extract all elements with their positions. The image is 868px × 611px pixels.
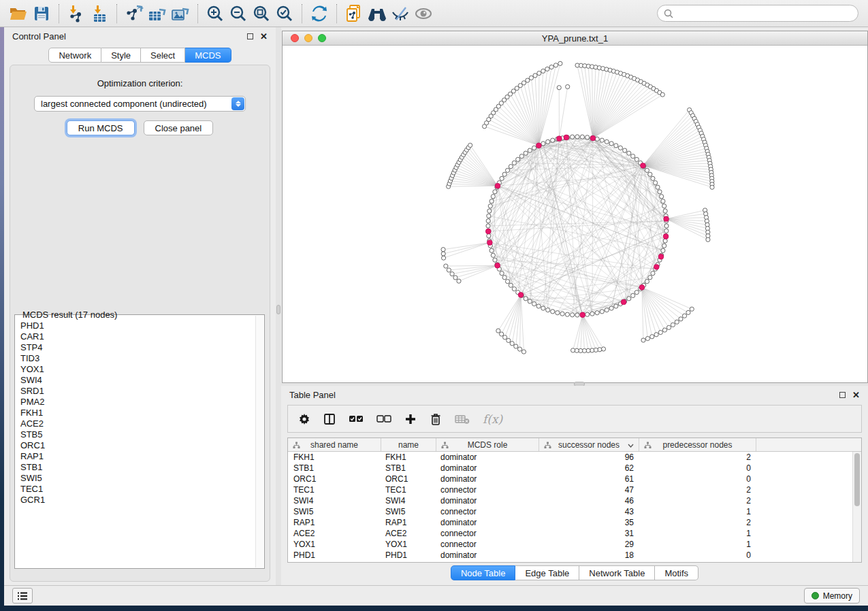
table-row[interactable]: SWI5SWI5connector431 [288, 506, 852, 517]
toolbar-separator [302, 4, 302, 23]
splitter-handle[interactable] [276, 305, 280, 314]
mcds-result-item[interactable]: RAP1 [15, 451, 255, 462]
mcds-result-item[interactable]: GCR1 [15, 495, 255, 506]
trash-icon [430, 412, 442, 426]
mcds-result-item[interactable]: SWI4 [15, 375, 255, 386]
mcds-result-item[interactable]: TEC1 [15, 484, 255, 495]
chevron-down-icon [628, 444, 634, 448]
close-panel-icon[interactable]: ✕ [852, 391, 860, 399]
column-header-shared-name[interactable]: shared name [288, 438, 381, 451]
mcds-result-item[interactable]: FKH1 [15, 408, 255, 418]
tab-style[interactable]: Style [101, 48, 141, 63]
column-header-predecessor-nodes[interactable]: predecessor nodes [639, 438, 756, 451]
vertical-splitter[interactable] [276, 27, 281, 585]
zoom-in-button[interactable] [204, 3, 227, 24]
table-row[interactable]: ACE2ACE2connector311 [288, 528, 852, 539]
control-panel-title: Control Panel [12, 31, 66, 42]
table-cell: connector [436, 484, 539, 495]
table-row[interactable]: PHD1PHD1dominator180 [288, 550, 852, 561]
delete-table-icon [455, 414, 470, 425]
table-cell: TEC1 [288, 484, 381, 495]
mcds-result-item[interactable]: YOX1 [15, 364, 255, 375]
mcds-result-item[interactable]: PMA2 [15, 397, 255, 408]
tab-network-table[interactable]: Network Table [579, 565, 655, 580]
table-row[interactable]: TEC1TEC1connector472 [288, 484, 852, 495]
export-network-button[interactable] [123, 3, 146, 24]
zoom-selected-button[interactable] [273, 3, 296, 24]
run-mcds-button[interactable]: Run MCDS [67, 120, 135, 135]
show-details-button[interactable] [412, 3, 435, 24]
mcds-result-item[interactable]: PHD1 [15, 320, 255, 331]
tab-select[interactable]: Select [141, 48, 185, 63]
tab-node-table[interactable]: Node Table [451, 565, 516, 580]
table-cell: YOX1 [381, 539, 436, 550]
clone-network-button[interactable] [342, 3, 366, 24]
table-cell: dominator [436, 463, 539, 474]
mcds-result-item[interactable]: STB5 [15, 429, 255, 440]
column-header-mcds-role[interactable]: MCDS role [436, 438, 539, 451]
open-folder-icon [9, 5, 28, 22]
export-table-button[interactable] [146, 3, 169, 24]
table-row[interactable]: RAP1RAP1dominator352 [288, 517, 852, 528]
table-cell: 43 [539, 506, 639, 517]
mcds-result-item[interactable]: CAR1 [15, 331, 255, 342]
table-scrollbar[interactable] [852, 452, 861, 562]
table-row[interactable]: ORC1ORC1dominator610 [288, 474, 852, 484]
delete-column-button[interactable] [430, 412, 442, 426]
toggle-column-panel-button[interactable] [323, 413, 336, 425]
table-row[interactable]: SWI4SWI4dominator462 [288, 495, 852, 506]
control-panel-header: Control Panel ✕ [4, 27, 276, 45]
unselect-all-button[interactable] [376, 414, 391, 424]
column-header-successor-nodes[interactable]: successor nodes [539, 438, 639, 451]
mcds-result-item[interactable]: ACE2 [15, 418, 255, 429]
mcds-result-item[interactable]: SWI5 [15, 473, 255, 484]
mcds-result-item[interactable]: STP4 [15, 342, 255, 353]
toolbar-separator [197, 4, 198, 23]
network-canvas [283, 46, 867, 382]
table-cell: 1 [639, 506, 756, 517]
zoom-out-button[interactable] [227, 3, 250, 24]
tab-mcds[interactable]: MCDS [185, 48, 231, 63]
table-row[interactable]: STB1STB1dominator620 [288, 463, 852, 474]
apply-function-button[interactable]: f(x) [483, 412, 502, 426]
search-box[interactable] [657, 5, 858, 22]
scrollbar-thumb[interactable] [854, 453, 860, 506]
optimization-criterion-select[interactable]: largest connected component (undirected) [34, 96, 246, 112]
delete-table-button[interactable] [455, 414, 470, 425]
export-image-button[interactable] [169, 3, 192, 24]
close-panel-icon[interactable]: ✕ [260, 32, 268, 41]
import-network-button[interactable] [65, 3, 88, 24]
hide-details-button[interactable] [389, 3, 412, 24]
zoom-fit-button[interactable] [250, 3, 273, 24]
tab-edge-table[interactable]: Edge Table [515, 565, 579, 580]
select-all-button[interactable] [349, 414, 364, 424]
search-input[interactable] [677, 9, 852, 18]
show-tasks-button[interactable] [12, 588, 33, 604]
table-cell: TEC1 [381, 484, 436, 495]
mcds-result-item[interactable]: STB1 [15, 462, 255, 473]
update-network-button[interactable] [308, 3, 331, 24]
column-header-name[interactable]: name [381, 438, 436, 451]
import-table-button[interactable] [88, 3, 111, 24]
tab-network[interactable]: Network [48, 48, 101, 63]
table-row[interactable]: FKH1FKH1dominator962 [288, 452, 852, 463]
table-settings-button[interactable] [298, 413, 310, 425]
mcds-result-item[interactable]: SRD1 [15, 386, 255, 397]
open-session-button[interactable] [7, 3, 30, 24]
save-session-button[interactable] [30, 3, 53, 24]
table-cell: STB1 [288, 463, 381, 474]
save-icon [33, 5, 50, 22]
mcds-result-item[interactable]: TID3 [15, 353, 255, 364]
table-cell: dominator [436, 474, 539, 484]
first-neighbors-button[interactable] [366, 3, 389, 24]
table-row[interactable]: YOX1YOX1connector291 [288, 539, 852, 550]
memory-button[interactable]: Memory [804, 588, 860, 604]
tab-motifs[interactable]: Motifs [655, 565, 698, 580]
close-panel-button[interactable]: Close panel [144, 120, 214, 135]
float-panel-icon[interactable] [247, 33, 253, 39]
network-view[interactable] [283, 46, 867, 382]
mcds-result-item[interactable]: ORC1 [15, 440, 255, 451]
mcds-result-scrollbar[interactable] [255, 316, 263, 567]
float-panel-icon[interactable] [839, 392, 846, 398]
add-column-button[interactable] [404, 413, 417, 425]
